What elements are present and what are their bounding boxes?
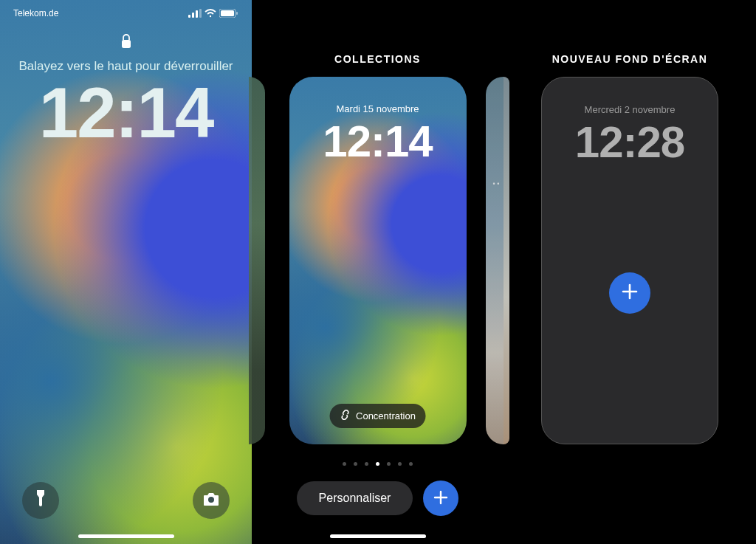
preview-clock: 12:14 (289, 116, 467, 167)
wallpaper-peek-left[interactable] (504, 77, 509, 444)
camera-button[interactable] (193, 482, 230, 519)
page-dot (365, 462, 368, 466)
peek-widget: • • (493, 180, 500, 187)
plus-icon (620, 282, 639, 304)
new-preview-date: Mercredi 2 novembre (542, 104, 718, 115)
svg-rect-1 (192, 13, 194, 18)
page-dot (409, 462, 413, 466)
home-indicator[interactable] (330, 534, 426, 538)
svg-point-10 (208, 497, 214, 503)
new-preview-clock: 12:28 (542, 117, 718, 168)
flashlight-icon (35, 490, 47, 511)
wifi-icon (205, 9, 216, 18)
status-bar: Telekom.de (0, 6, 252, 21)
svg-rect-8 (122, 40, 131, 48)
battery-icon (219, 9, 238, 18)
add-wallpaper-button[interactable] (423, 481, 458, 516)
page-indicator (252, 462, 504, 466)
concentration-button[interactable]: Concentration (329, 404, 426, 428)
personalize-button[interactable]: Personnaliser (297, 481, 413, 515)
svg-rect-0 (188, 15, 190, 18)
create-wallpaper-button[interactable] (609, 272, 650, 314)
new-wallpaper-card[interactable]: Mercredi 2 novembre 12:28 (541, 77, 718, 444)
svg-rect-7 (221, 10, 234, 16)
wallpaper-peek-left[interactable] (249, 77, 265, 444)
collections-panel: COLLECTIONS Mardi 15 novembre 12:14 Conc… (252, 0, 504, 544)
page-dot (343, 462, 346, 466)
page-dot (354, 462, 357, 466)
svg-rect-9 (37, 490, 44, 492)
bottom-actions: Personnaliser (252, 481, 504, 516)
concentration-label: Concentration (356, 410, 416, 421)
svg-point-4 (210, 16, 211, 17)
lock-clock: 12:14 (0, 72, 252, 154)
carrier-label: Telekom.de (13, 8, 58, 18)
plus-icon (433, 489, 449, 508)
lock-icon (120, 34, 132, 52)
svg-rect-3 (199, 9, 202, 18)
svg-rect-2 (196, 10, 198, 18)
svg-rect-6 (236, 12, 238, 15)
collections-title: COLLECTIONS (252, 53, 504, 65)
new-wallpaper-title: NOUVEAU FOND D'ÉCRAN (504, 53, 756, 65)
flashlight-button[interactable] (22, 482, 59, 519)
signal-icon (188, 9, 202, 18)
camera-icon (202, 492, 220, 509)
lock-screen-panel: Telekom.de Balayez vers le haut pour dév… (0, 0, 252, 544)
preview-date: Mardi 15 novembre (289, 103, 467, 114)
wallpaper-preview-card[interactable]: Mardi 15 novembre 12:14 Concentration (289, 77, 467, 444)
page-dot (387, 462, 391, 466)
page-dot-active (376, 462, 379, 466)
new-wallpaper-panel: NOUVEAU FOND D'ÉCRAN Mercredi 2 novembre… (504, 0, 756, 544)
status-right (188, 9, 238, 18)
swipe-hint: Balayez vers le haut pour déverrouiller (0, 59, 252, 74)
home-indicator[interactable] (78, 534, 174, 538)
page-dot (398, 462, 402, 466)
link-icon (340, 410, 350, 422)
